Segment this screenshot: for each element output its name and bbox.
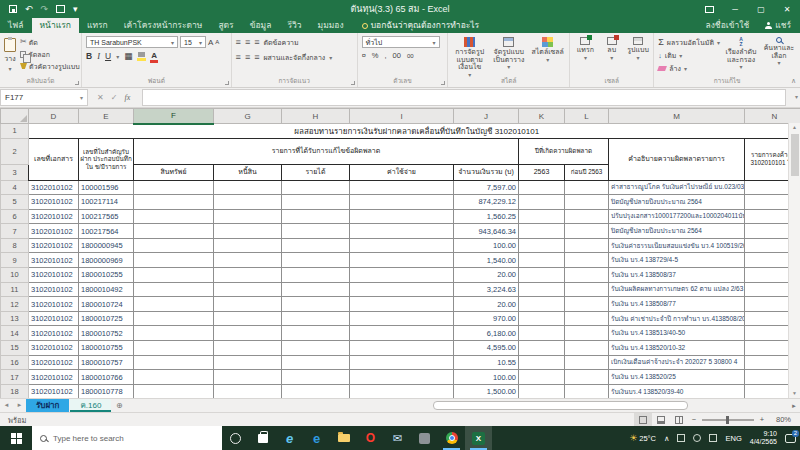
scroll-up-arrow[interactable]: ▲ <box>792 123 797 132</box>
cell-year-2563[interactable] <box>519 209 565 224</box>
align-right-icon[interactable]: ≡ <box>254 53 259 62</box>
vertical-scrollbar-thumb[interactable] <box>791 134 799 176</box>
cell-description[interactable]: ปรับปรุงเอกสาร1000177200และ1000204011บัน… <box>609 209 745 224</box>
sheet-title-cell[interactable]: ผลสอบทานรายการเงินรับฝากคลาดเคลื่อนที่บั… <box>29 124 800 139</box>
share-button[interactable]: แชร์ <box>765 18 791 33</box>
cell-revenue[interactable] <box>282 238 350 253</box>
header-ref-no[interactable]: เลขที่ใบสำคัญรับฝาก ประกอบบันทึกใน ช/มีร… <box>79 138 134 180</box>
cell-year-before-2563[interactable] <box>565 253 609 268</box>
cell-amount[interactable]: 4,595.00 <box>454 341 519 356</box>
tell-me-box[interactable]: บอกฉันว่าคุณต้องการทำอะไร <box>362 18 480 33</box>
cell-expense[interactable] <box>350 253 454 268</box>
cell-liability[interactable] <box>214 326 282 341</box>
cell-liability[interactable] <box>214 224 282 239</box>
cell-liability[interactable] <box>214 355 282 370</box>
cell-asset[interactable] <box>134 370 214 385</box>
column-header-j[interactable]: J <box>454 109 519 124</box>
cell-year-2563[interactable] <box>519 238 565 253</box>
cell-year-2563[interactable] <box>519 282 565 297</box>
cell-amount[interactable]: 874,229.12 <box>454 195 519 210</box>
fill-color-button[interactable] <box>137 52 146 61</box>
column-header-e[interactable]: E <box>79 109 134 124</box>
borders-button[interactable]: ▦ <box>124 51 132 61</box>
cell-asset[interactable] <box>134 253 214 268</box>
cell-doc-no[interactable]: 3102010102 <box>29 195 79 210</box>
number-dialog-launcher[interactable] <box>441 81 445 85</box>
row-number[interactable]: 14 <box>1 326 29 341</box>
fill-button[interactable]: ↓เติม▾ <box>658 49 720 61</box>
number-format-select[interactable]: ทั่วไป▾ <box>362 36 440 48</box>
underline-button[interactable]: U <box>105 51 111 61</box>
find-select-button[interactable]: ค้นหาและเลือก ▾ <box>762 36 796 67</box>
cell-doc-no[interactable]: 3102010102 <box>29 341 79 356</box>
cell-revenue[interactable] <box>282 297 350 312</box>
cell-revenue[interactable] <box>282 180 350 195</box>
insert-function-button[interactable]: fx <box>124 93 130 102</box>
cell-year-before-2563[interactable] <box>565 326 609 341</box>
cell-liability[interactable] <box>214 297 282 312</box>
tab-file[interactable]: ไฟล์ <box>0 18 32 33</box>
row-number[interactable]: 17 <box>1 370 29 385</box>
horizontal-scrollbar-thumb[interactable] <box>433 401 688 410</box>
cell-doc-no[interactable]: 3102010102 <box>29 268 79 283</box>
zoom-level[interactable]: 80% <box>768 415 800 424</box>
column-header-i[interactable]: I <box>350 109 454 124</box>
header-asset[interactable]: สินทรัพย์ <box>134 164 214 180</box>
copy-button[interactable]: คัดลอก <box>20 48 80 60</box>
column-header-l[interactable]: L <box>565 109 609 124</box>
cell-year-before-2563[interactable] <box>565 341 609 356</box>
cell-expense[interactable] <box>350 297 454 312</box>
row-number[interactable]: 3 <box>1 164 29 180</box>
name-box[interactable]: F177 ▾ <box>0 89 88 106</box>
zoom-slider[interactable] <box>702 419 754 421</box>
cell-year-before-2563[interactable] <box>565 311 609 326</box>
save-button[interactable] <box>9 5 17 13</box>
start-button[interactable] <box>0 426 32 450</box>
cell-asset[interactable] <box>134 268 214 283</box>
cell-asset[interactable] <box>134 238 214 253</box>
cell-doc-no[interactable]: 3102010102 <box>29 209 79 224</box>
tab-home[interactable]: หน้าแรก <box>32 18 79 33</box>
insert-cells-button[interactable]: แทรก ▾ <box>574 36 596 61</box>
cell-doc-no[interactable]: 3102010102 <box>29 238 79 253</box>
file-explorer-button[interactable] <box>330 426 357 450</box>
cell-liability[interactable] <box>214 180 282 195</box>
cell-ref-no[interactable]: 1800010755 <box>79 341 134 356</box>
cell-amount[interactable]: 1,500.00 <box>454 384 519 398</box>
zoom-slider-thumb[interactable] <box>726 416 729 424</box>
column-header-d[interactable]: D <box>29 109 79 124</box>
row-number[interactable]: 12 <box>1 297 29 312</box>
cell-doc-no[interactable]: 3102010102 <box>29 180 79 195</box>
formula-input[interactable] <box>142 89 786 106</box>
cell-year-before-2563[interactable] <box>565 224 609 239</box>
scroll-right-arrow[interactable]: ► <box>791 403 797 409</box>
tab-formulas[interactable]: สูตร <box>210 18 241 33</box>
sheet-tab-rabfak[interactable]: รับฝาก <box>26 399 69 412</box>
cell-liability[interactable] <box>214 341 282 356</box>
cell-asset[interactable] <box>134 195 214 210</box>
wrap-text-button[interactable]: ตัดข้อความ <box>263 37 298 48</box>
page-layout-view-button[interactable] <box>652 413 670 427</box>
column-header-g[interactable]: G <box>214 109 282 124</box>
paste-button[interactable]: วาง ▾ <box>4 36 16 72</box>
scroll-down-arrow[interactable]: ▼ <box>792 389 797 398</box>
tab-page-layout[interactable]: เค้าโครงหน้ากระดาษ <box>116 18 211 33</box>
accounting-format-button[interactable]: ¤ <box>362 51 366 60</box>
cell-revenue[interactable] <box>282 341 350 356</box>
align-top-icon[interactable]: ≡ <box>236 38 241 47</box>
cell-description[interactable]: รับเงินค่าธรรมเนียมสอบแข่งขัน บว.4 10051… <box>609 238 745 253</box>
header-corrected-group[interactable]: รายการที่ได้รับการแก้ไขข้อผิดพลาด <box>134 138 519 164</box>
font-color-button[interactable]: A <box>151 52 157 60</box>
sort-filter-button[interactable]: AZ เรียงลำดับและกรอง ▾ <box>724 36 758 71</box>
row-number[interactable]: 1 <box>1 124 29 139</box>
cell-amount[interactable]: 100.00 <box>454 238 519 253</box>
comma-style-button[interactable]: , <box>384 51 386 60</box>
cell-year-before-2563[interactable] <box>565 282 609 297</box>
zoom-in-button[interactable]: + <box>756 415 768 424</box>
cell-doc-no[interactable]: 3102010102 <box>29 311 79 326</box>
cell-year-2563[interactable] <box>519 224 565 239</box>
grow-font-button[interactable]: A <box>208 38 213 47</box>
decrease-decimal-button[interactable]: 00 <box>407 53 414 59</box>
row-number[interactable]: 10 <box>1 268 29 283</box>
tab-insert[interactable]: แทรก <box>79 18 116 33</box>
